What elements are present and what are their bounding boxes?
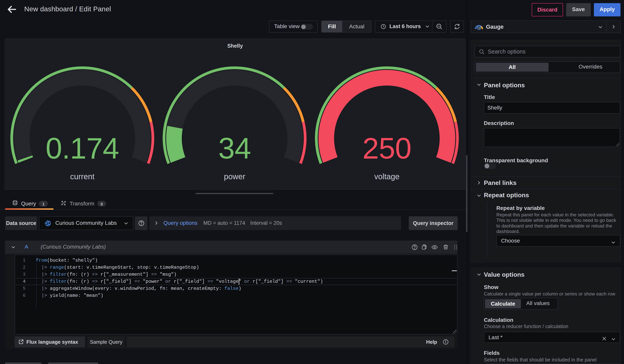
svg-text:34: 34 — [218, 132, 251, 165]
svg-text:250: 250 — [363, 132, 412, 165]
svg-text:79: 79 — [478, 27, 480, 29]
svg-text:power: power — [224, 172, 245, 181]
svg-text:voltage: voltage — [374, 172, 400, 181]
svg-text:0.174: 0.174 — [46, 132, 119, 165]
svg-text:current: current — [70, 172, 95, 181]
